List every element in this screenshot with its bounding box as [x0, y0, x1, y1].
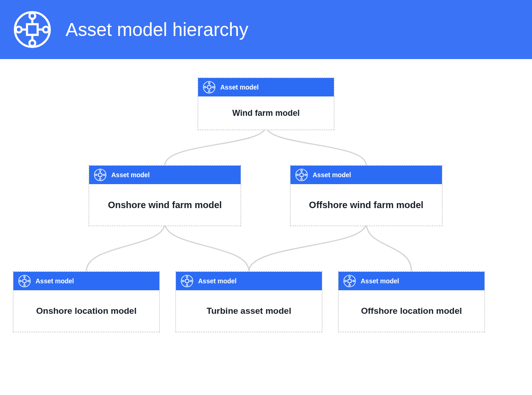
- page-title: Asset model hierarchy: [66, 19, 248, 40]
- asset-model-icon: [13, 10, 52, 49]
- svg-rect-11: [27, 24, 37, 35]
- asset-model-icon: [94, 168, 107, 181]
- node-type-label: Asset model: [198, 277, 236, 285]
- asset-model-icon: [343, 275, 356, 287]
- node-header: Asset model: [89, 166, 241, 184]
- asset-model-icon: [181, 275, 193, 287]
- node-header: Asset model: [13, 272, 159, 290]
- svg-point-15: [43, 27, 49, 33]
- node-wind-farm-model: Asset model Wind farm model: [198, 78, 334, 130]
- node-title: Wind farm model: [198, 96, 334, 130]
- asset-model-icon: [18, 275, 31, 287]
- node-offshore-wind-farm-model: Asset model Offshore wind farm model: [290, 165, 442, 226]
- node-type-label: Asset model: [111, 171, 150, 179]
- node-type-label: Asset model: [36, 277, 74, 285]
- node-header: Asset model: [198, 78, 334, 96]
- svg-point-13: [30, 40, 36, 46]
- svg-point-12: [30, 13, 36, 19]
- node-header: Asset model: [339, 272, 484, 290]
- node-type-label: Asset model: [313, 171, 351, 179]
- asset-model-icon: [295, 168, 308, 181]
- node-title: Turbine asset model: [176, 290, 322, 332]
- node-type-label: Asset model: [220, 84, 259, 91]
- node-title: Offshore location model: [339, 290, 484, 332]
- node-onshore-location-model: Asset model Onshore location model: [13, 271, 160, 332]
- node-title: Offshore wind farm model: [290, 184, 442, 226]
- node-onshore-wind-farm-model: Asset model Onshore wind farm model: [89, 165, 241, 226]
- node-title: Onshore wind farm model: [89, 184, 241, 226]
- diagram-canvas: Asset model Wind farm model Asset model …: [0, 59, 532, 395]
- node-header: Asset model: [290, 166, 442, 184]
- asset-model-icon: [203, 81, 216, 94]
- svg-point-10: [15, 12, 50, 47]
- svg-point-14: [16, 27, 22, 33]
- page-header: Asset model hierarchy: [0, 0, 532, 59]
- node-offshore-location-model: Asset model Offshore location model: [338, 271, 485, 332]
- node-header: Asset model: [176, 272, 322, 290]
- node-type-label: Asset model: [361, 277, 399, 285]
- node-title: Onshore location model: [13, 290, 159, 332]
- node-turbine-asset-model: Asset model Turbine asset model: [175, 271, 322, 332]
